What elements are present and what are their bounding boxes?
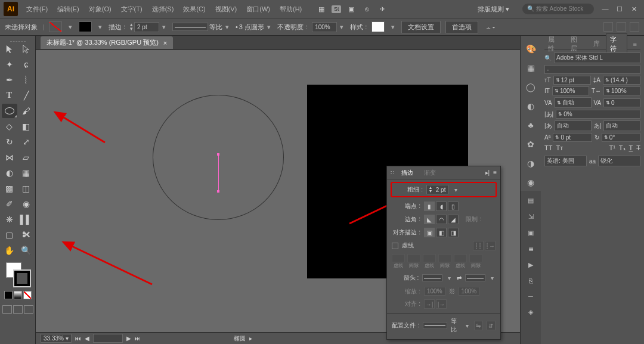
artboards-panel-icon[interactable]: ▣ (528, 229, 534, 237)
artboard-nav-field[interactable] (93, 334, 123, 343)
profile-dropdown[interactable]: ▾ (465, 320, 470, 331)
free-transform-tool[interactable]: ▱ (18, 150, 34, 165)
gradient-tool[interactable]: ◫ (18, 181, 34, 196)
link-scale-icon[interactable]: ⛓ (449, 288, 455, 295)
workspace-switcher[interactable]: 排版规则 ▾ (475, 4, 518, 15)
opacity-field[interactable]: 100% (312, 22, 337, 32)
links-panel-icon[interactable]: ⎘ (529, 277, 533, 284)
stroke-dropdown[interactable]: ▾ (97, 21, 104, 32)
stroke-weight-stepper[interactable]: ▴▾ (130, 23, 133, 31)
stroke-profile-dropdown[interactable]: ▾ (224, 21, 231, 32)
anchor-point[interactable] (217, 153, 219, 156)
strikethrough-icon[interactable]: T (636, 144, 640, 152)
align-panel-icon[interactable] (617, 22, 626, 32)
panel-menu-icon[interactable]: ≡ (630, 39, 640, 49)
eyedropper-tool[interactable]: ✐ (2, 197, 17, 211)
artboard-tool[interactable]: ▢ (2, 228, 17, 242)
rotate-tool[interactable]: ↻ (2, 135, 17, 149)
stroke-swatch[interactable] (79, 21, 92, 32)
menu-object[interactable]: 对象(O) (85, 3, 115, 16)
nav-first-icon[interactable]: ⏮ (75, 335, 81, 342)
menu-type[interactable]: 文字(T) (117, 3, 146, 16)
aki-left-field[interactable]: 自动 (555, 120, 592, 131)
pen-tool[interactable]: ✒ (2, 73, 17, 87)
join-bevel[interactable]: ◢ (448, 215, 459, 224)
cap-butt[interactable]: ▮ (424, 202, 435, 211)
menu-edit[interactable]: 编辑(E) (54, 3, 83, 16)
draw-inside[interactable] (24, 305, 33, 314)
anchor-point[interactable] (217, 190, 219, 193)
document-setup-button[interactable]: 文档设置 (401, 21, 441, 33)
panel-grip-icon[interactable]: ∷ (391, 169, 394, 176)
stroke-color-swatch[interactable] (14, 271, 30, 286)
font-family-field[interactable]: Adobe 宋体 Std L (554, 52, 640, 63)
shaper-tool[interactable]: ◇ (2, 119, 17, 134)
gpu-icon[interactable]: ⎋ (361, 4, 372, 14)
smallcaps-icon[interactable]: Tт (556, 144, 563, 152)
stock-icon[interactable]: St (332, 5, 341, 13)
document-tab[interactable]: 未标题-1* @ 33.33% (RGB/GPU 预览) × (41, 36, 173, 49)
appearance-panel-icon[interactable]: ◉ (525, 176, 537, 188)
aki-right-field[interactable]: 自动 (603, 120, 640, 131)
tab-character[interactable]: 字符 (606, 33, 627, 54)
nav-prev-icon[interactable]: ◀ (85, 335, 89, 342)
line-tool[interactable]: ╱ (18, 88, 34, 103)
close-tab-icon[interactable]: × (163, 39, 167, 47)
stroke-panel-icon[interactable]: ◯ (525, 81, 537, 93)
eraser-tool[interactable]: ◧ (18, 119, 34, 134)
perspective-grid-tool[interactable]: ▦ (18, 166, 34, 180)
actions-panel-icon[interactable]: ▶ (528, 261, 533, 269)
font-search-icon[interactable]: 🔍 (544, 55, 552, 61)
arrange-docs-icon[interactable]: ▣ (346, 4, 357, 14)
zoom-tool[interactable]: 🔍 (18, 243, 34, 258)
libraries-panel-icon[interactable]: ≣ (528, 245, 534, 253)
tab-properties[interactable]: 属性 (544, 34, 565, 54)
gradient-panel-icon[interactable]: ◐ (525, 100, 537, 112)
arrow-scale-start[interactable]: 100% (424, 287, 445, 296)
stroke-profile-preview[interactable] (172, 23, 208, 31)
arrow-align-end[interactable]: |→ (436, 299, 447, 309)
char-rotation-field[interactable]: ⇅0° (602, 133, 640, 142)
color-mode-gradient[interactable] (14, 291, 22, 299)
style-dropdown[interactable]: ▾ (389, 21, 397, 32)
tab-libraries[interactable]: 库 (590, 38, 603, 49)
underline-icon[interactable]: T (629, 144, 633, 152)
curvature-tool[interactable]: ⦚ (18, 73, 34, 87)
swap-arrows-icon[interactable]: ⇄ (457, 275, 462, 281)
color-mode-solid[interactable] (4, 291, 13, 299)
tab-layers[interactable]: 图层 (567, 34, 587, 54)
cap-round[interactable]: ◖ (436, 202, 447, 211)
maximize-button[interactable]: ☐ (613, 4, 626, 14)
direct-selection-tool[interactable] (18, 42, 34, 56)
graphic-styles-icon[interactable]: ◈ (528, 308, 533, 316)
kerning-field[interactable]: ⇅自动 (555, 97, 592, 108)
arrow-scale-end[interactable]: 100% (459, 287, 480, 296)
align-outside[interactable]: ◨ (448, 228, 459, 237)
align-center[interactable]: ▣ (424, 228, 435, 237)
fill-swatch[interactable] (49, 21, 62, 32)
graphic-style-swatch[interactable] (371, 21, 385, 32)
superscript-icon[interactable]: T¹ (609, 144, 615, 152)
profile-preview[interactable] (423, 322, 447, 329)
menu-view[interactable]: 视图(V) (212, 3, 241, 16)
leading-field[interactable]: ⇅(14.4 ) (603, 76, 640, 85)
menu-effect[interactable]: 效果(C) (179, 3, 209, 16)
bridge-icon[interactable]: ▦ (316, 4, 327, 14)
align-inside[interactable]: ◧ (436, 228, 447, 237)
color-mode-none[interactable] (23, 291, 32, 299)
draw-behind[interactable] (13, 305, 23, 314)
nav-last-icon[interactable]: ⏭ (135, 335, 141, 342)
swatches-panel-icon[interactable]: ▦ (525, 62, 537, 74)
hand-tool[interactable]: ✋ (2, 243, 17, 258)
column-graph-tool[interactable]: ▌▌ (18, 212, 34, 227)
lasso-tool[interactable]: ɕ (18, 57, 34, 72)
preferences-button[interactable]: 首选项 (445, 21, 478, 33)
width-tool[interactable]: ⋈ (2, 150, 17, 165)
gradient-tab[interactable]: 渐变 (420, 168, 439, 178)
cap-projecting[interactable]: ▯ (448, 202, 459, 211)
transform-panel-icon[interactable] (603, 22, 613, 32)
nav-next-icon[interactable]: ▶ (126, 335, 131, 342)
tsume-field[interactable]: ⇅0% (556, 110, 640, 119)
subscript-icon[interactable]: T₁ (619, 144, 626, 152)
zoom-field[interactable]: 33.33% ▾ (41, 334, 72, 343)
